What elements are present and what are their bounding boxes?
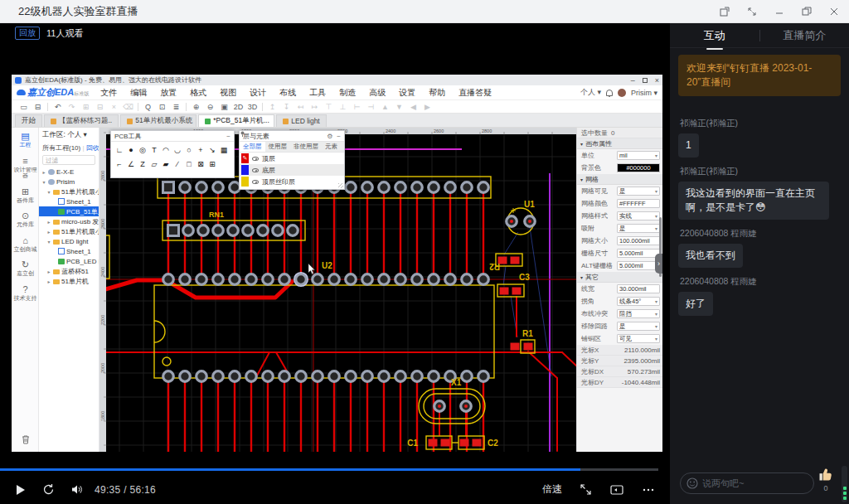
align-center-v-icon[interactable]: ⊣ [364,103,378,111]
prop-color[interactable]: #000000 [617,163,660,172]
align-left-icon[interactable]: ↤ [294,103,308,111]
menu-item-4[interactable]: 视图 [213,87,243,99]
align-right-icon[interactable]: ↦ [308,103,322,111]
tree-item-6[interactable]: ▸51单片机最小.. [39,226,99,236]
layer-tab-3[interactable]: 元素 [322,142,341,152]
eda-close-icon[interactable]: × [655,76,659,85]
copy-icon[interactable]: ⊞ [79,103,93,111]
expand-icon[interactable] [745,5,759,18]
tree-item-4[interactable]: PCB_51单片.. [39,206,99,216]
arc2-tool-icon[interactable]: ◡ [172,144,183,156]
eda-restore-icon[interactable] [643,78,648,83]
eye-icon[interactable] [252,157,259,161]
rail-device-lib[interactable]: ⊞器件库 [12,183,39,208]
close-icon[interactable] [827,5,841,18]
menu-item-10[interactable]: 设置 [392,87,422,99]
recycle-link[interactable]: 回收站 [86,144,99,152]
prop-select[interactable]: 是▾ [617,322,660,331]
track-tool-icon[interactable]: ∟ [114,144,125,156]
all-projects-link[interactable]: 所有工程(10) [42,144,80,152]
prop-select[interactable]: 阻挡▾ [617,309,660,318]
zoom-out-icon[interactable]: ⊖ [203,103,217,111]
like-button[interactable]: 0 [817,466,834,492]
prop-select[interactable]: 可见▾ [617,334,660,343]
search-icon[interactable]: Q [141,103,155,111]
layers-minimize-icon[interactable]: − [337,133,341,140]
tree-item-1[interactable]: ▾Prisim [39,177,99,187]
menu-item-9[interactable]: 高级 [362,87,392,99]
video-frame[interactable]: 嘉立创EDA(标准版) - 免费、易用、强大的在线电路设计软件 – × 嘉立创E… [12,75,662,452]
notification-bell-icon[interactable] [606,90,613,96]
menu-item-11[interactable]: 帮助 [422,87,452,99]
tree-item-0[interactable]: ▸E-X-E [39,167,99,177]
layer-row-1[interactable]: 底层 [240,164,344,176]
paste-icon[interactable]: ⊟ [93,103,107,111]
rotate-right-icon[interactable]: ▶ [420,103,434,111]
via-tool-icon[interactable]: ◎ [137,144,148,156]
props-section-header[interactable]: ▾画布属性 [577,138,662,149]
user-avatar[interactable] [618,89,626,97]
rotate-left-icon[interactable]: ◀ [406,103,420,111]
keepout-tool-icon[interactable]: ⊠ [195,158,206,170]
layer-view-icon[interactable]: ≣ [169,103,183,111]
rail-design-manager[interactable]: ≡设计管理器 [12,153,39,183]
speed-button[interactable]: 倍速 [542,482,562,497]
tab-interaction[interactable]: 互动 [670,28,759,43]
fill-tool-icon[interactable]: ● [125,144,137,156]
distribute-v-icon[interactable]: ⊥ [336,103,350,111]
rail-support[interactable]: ?技术支持 [12,281,39,306]
resize-handle[interactable] [338,183,343,188]
pip-button[interactable] [609,482,625,498]
recycle-bin-icon[interactable] [12,434,39,447]
panel-collapse-chevron[interactable]: › [655,254,662,274]
distribute-h-icon[interactable]: ⊤ [322,103,336,111]
tree-item-5[interactable]: ▸micro-usb 发光.. [39,216,99,226]
prop-input[interactable]: 30.000mil [617,284,660,293]
layer-row-2[interactable]: 顶层丝印层 [240,176,344,187]
new-icon[interactable]: ▭ [17,103,31,111]
doc-tab-3[interactable]: *PCB_51单片机... [198,114,274,127]
personal-dropdown[interactable]: 个人 ▾ [580,87,601,98]
more-button[interactable] [640,482,657,498]
menu-item-2[interactable]: 放置 [153,87,183,99]
move-up-icon[interactable]: ▲ [378,103,392,111]
circle-tool-icon[interactable]: ○ [183,144,195,156]
copper-area-tool-icon[interactable]: ▰ [160,158,172,170]
find-similar-icon[interactable]: ⊡ [155,103,169,111]
fit-view-icon[interactable]: ▣ [217,103,231,111]
menu-item-3[interactable]: 格式 [183,87,213,99]
corner-tool-icon[interactable]: ⌐ [114,158,125,170]
menu-item-7[interactable]: 工具 [303,87,332,99]
open-icon[interactable]: ⊟ [31,103,45,111]
props-section-header[interactable]: ▾其它 [577,272,662,283]
rect-tool-icon[interactable]: □ [183,158,195,170]
volume-button[interactable] [68,482,85,498]
tree-item-2[interactable]: ▾51单片机最小.. [39,187,99,196]
view-2d-button[interactable]: 2D [231,103,245,111]
prop-select[interactable]: 是▾ [617,224,660,233]
rail-project[interactable]: ▤工程 [12,128,39,153]
refresh-button[interactable] [40,482,56,498]
tools-minimize-icon[interactable]: − [226,133,230,140]
chat-input[interactable] [680,472,814,494]
tree-item-8[interactable]: Sheet_1 [39,246,99,256]
zoom-in-icon[interactable]: ⊕ [189,103,203,111]
progress-bar[interactable] [0,468,658,471]
project-filter-input[interactable]: 过滤 [42,155,95,165]
text-tool-icon[interactable]: T [148,144,160,156]
workspace-selector[interactable]: 工作区: 个人 ▾ [39,128,99,143]
pan-tool-icon[interactable]: + [195,144,206,156]
props-section-header[interactable]: ▾网格 [577,174,662,185]
arc-tool-icon[interactable]: ◠ [160,144,172,156]
image-tool-icon[interactable]: ▦ [218,144,230,156]
polygon-tool-icon[interactable]: ▱ [148,158,160,170]
rail-jlc[interactable]: ↻嘉立创 [12,256,39,281]
doc-tab-2[interactable]: 51单片机最小系统 [120,114,196,127]
move-down-icon[interactable]: ▼ [392,103,406,111]
fullscreen-button[interactable] [577,482,594,498]
prop-input[interactable]: 100.000mil [617,236,660,245]
eye-icon[interactable] [252,180,259,184]
delete-icon[interactable]: ⌫ [121,103,135,111]
tree-item-11[interactable]: ▸51单片机 [39,276,99,286]
angle-tool-icon[interactable]: ∠ [125,158,137,170]
